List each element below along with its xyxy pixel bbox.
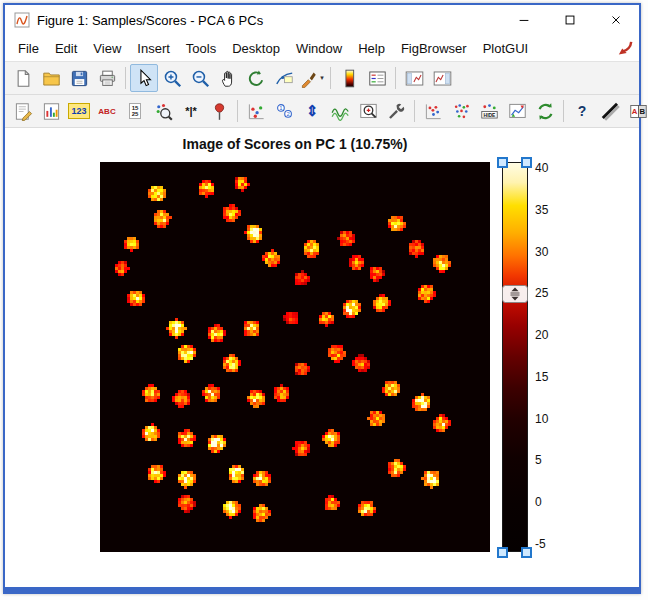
colorbar-tick-label: 30 (535, 245, 548, 259)
colorbar-tick-label: -5 (535, 537, 546, 551)
settings-tools-icon[interactable] (382, 97, 410, 125)
menu-item-insert[interactable]: Insert (129, 37, 178, 60)
data-cursor-icon[interactable] (270, 64, 298, 92)
line-style-icon[interactable] (596, 97, 624, 125)
new-figure-icon[interactable] (9, 64, 37, 92)
colorbar-tick-label: 25 (535, 286, 548, 300)
menu-item-tools[interactable]: Tools (178, 37, 224, 60)
close-button[interactable] (593, 5, 639, 35)
selection-handle[interactable] (497, 157, 508, 168)
axis-limits-icon[interactable] (503, 97, 531, 125)
refresh-data-icon[interactable] (531, 97, 559, 125)
toolbar-separator (330, 67, 331, 89)
labels-icon[interactable]: ABC (93, 97, 121, 125)
colorbar-tick-label: 5 (535, 453, 542, 467)
hide-excluded-icon[interactable] (475, 97, 503, 125)
insert-legend-icon[interactable] (363, 64, 391, 92)
title-bar: Figure 1: Samples/Scores - PCA 6 PCs (5, 5, 639, 35)
colorbar-slider-handle[interactable] (497, 285, 533, 303)
up-down-arrows-icon (500, 285, 530, 303)
figure-canvas-area: Image of Scores on PC 1 (10.75%) 4035302… (5, 128, 639, 587)
colorbar-tick-label: 0 (535, 495, 542, 509)
figure-window: Figure 1: Samples/Scores - PCA 6 PCs Fil… (3, 3, 641, 594)
show-plot-tools-icon[interactable] (428, 64, 456, 92)
colorbar-tick-label: 10 (535, 412, 548, 426)
colorbar-tick-label: 40 (535, 161, 548, 175)
window-title: Figure 1: Samples/Scores - PCA 6 PCs (37, 13, 263, 28)
dock-figure-icon[interactable] (616, 39, 634, 57)
zoom-out-icon[interactable] (186, 64, 214, 92)
minimize-button[interactable] (501, 5, 547, 35)
help-icon[interactable]: ? (568, 97, 596, 125)
toolbar-separator (237, 100, 238, 122)
tick-numbers-icon[interactable]: 15 25 (121, 97, 149, 125)
plotgui-toolbar: 123ABC15 25*|*⇕? (5, 95, 639, 128)
colorbar-tick-label: 35 (535, 203, 548, 217)
menu-item-edit[interactable]: Edit (47, 37, 85, 60)
pin-axes-icon[interactable] (205, 97, 233, 125)
matlab-figure-icon (14, 12, 30, 28)
selection-handle[interactable] (521, 157, 532, 168)
toolbar-separator (125, 67, 126, 89)
selection-handle[interactable] (521, 547, 532, 558)
zoom-selection-icon[interactable] (149, 97, 177, 125)
menu-item-plotgui[interactable]: PlotGUI (475, 37, 537, 60)
menu-item-window[interactable]: Window (288, 37, 350, 60)
plot-properties-icon[interactable] (37, 97, 65, 125)
figure-toolbar: ▾ (5, 62, 639, 95)
edit-plot-icon[interactable] (130, 64, 158, 92)
axis-scale-icon[interactable]: 123 (65, 97, 93, 125)
menu-item-desktop[interactable]: Desktop (224, 37, 288, 60)
class-points-icon[interactable] (447, 97, 475, 125)
zoom-tool-icon[interactable] (354, 97, 382, 125)
selection-handle[interactable] (497, 547, 508, 558)
swap-axes-icon[interactable]: ⇕ (298, 97, 326, 125)
plot-title: Image of Scores on PC 1 (10.75%) (100, 136, 490, 152)
window-controls (501, 5, 639, 35)
menu-item-view[interactable]: View (85, 37, 129, 60)
scatter-plot-icon[interactable] (242, 97, 270, 125)
colorbar-tick-label: 15 (535, 370, 548, 384)
menu-item-help[interactable]: Help (350, 37, 393, 60)
class-assign-icon[interactable] (624, 97, 648, 125)
print-figure-icon[interactable] (93, 64, 121, 92)
pan-icon[interactable] (214, 64, 242, 92)
insert-colorbar-icon[interactable] (335, 64, 363, 92)
menu-bar: FileEditViewInsertToolsDesktopWindowHelp… (5, 35, 639, 62)
maximize-button[interactable] (547, 5, 593, 35)
menu-item-figbrowser[interactable]: FigBrowser (393, 37, 475, 60)
symmetric-axes-icon[interactable]: *|* (177, 97, 205, 125)
toolbar-separator (414, 100, 415, 122)
scores-image[interactable] (100, 162, 490, 552)
edit-data-icon[interactable] (9, 97, 37, 125)
rotate-3d-icon[interactable] (242, 64, 270, 92)
menu-item-file[interactable]: File (10, 37, 47, 60)
select-points-icon[interactable] (419, 97, 447, 125)
hide-plot-tools-icon[interactable] (400, 64, 428, 92)
spectra-view-icon[interactable] (326, 97, 354, 125)
numbered-points-icon[interactable] (270, 97, 298, 125)
colorbar[interactable] (502, 162, 528, 552)
colorbar-tick-label: 20 (535, 328, 548, 342)
zoom-in-icon[interactable] (158, 64, 186, 92)
save-figure-icon[interactable] (65, 64, 93, 92)
brush-data-icon[interactable]: ▾ (298, 64, 326, 92)
open-file-icon[interactable] (37, 64, 65, 92)
toolbar-separator (395, 67, 396, 89)
toolbar-separator (563, 100, 564, 122)
